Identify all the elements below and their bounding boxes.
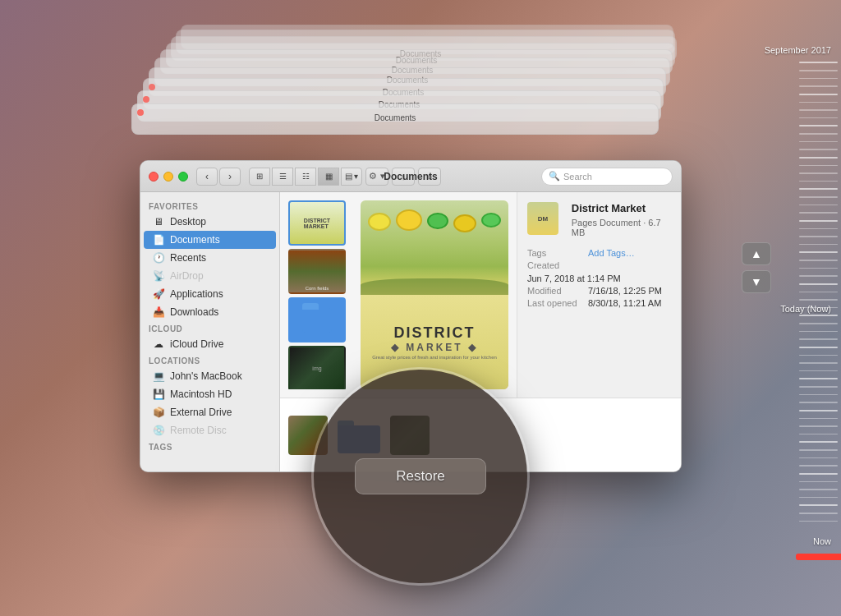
- info-modified-row: Modified 7/16/18, 12:25 PM: [527, 286, 671, 296]
- sidebar-label-desktop: Desktop: [170, 216, 206, 228]
- sidebar-label-external-drive: External Drive: [170, 407, 232, 418]
- thumb-item-2[interactable]: Corn fields: [288, 249, 346, 294]
- documents-icon: 📄: [152, 233, 165, 246]
- tags-label: Tags: [527, 248, 585, 258]
- info-last-opened-row: Last opened 8/30/18, 11:21 AM: [527, 298, 671, 308]
- close-button[interactable]: [149, 172, 159, 182]
- finder-titlebar: ‹ › ⊞ ☰ ☷ ▦ ▤ ▾ ⚙ ▾ ↑ ○ 🔍 Search Documen…: [140, 161, 681, 192]
- finder-content: DISTRICTMARKET Corn fields img doc: [280, 192, 681, 398]
- sidebar-label-macbook: John's MacBook: [170, 370, 242, 382]
- back-button[interactable]: ‹: [196, 168, 218, 186]
- sidebar-item-macintosh-hd[interactable]: 💾 Macintosh HD: [144, 385, 276, 403]
- created-label: Created: [527, 260, 585, 270]
- remote-disc-icon: 💿: [152, 424, 165, 437]
- sidebar-label-airdrop: AirDrop: [170, 270, 204, 282]
- recents-icon: 🕐: [152, 251, 165, 264]
- traffic-lights: [149, 172, 188, 182]
- icloud-section-title: iCloud: [140, 321, 279, 335]
- applications-icon: 🚀: [152, 287, 165, 301]
- nav-buttons: ‹ ›: [196, 168, 241, 186]
- list-view-button[interactable]: ☰: [272, 168, 293, 186]
- add-tags-button[interactable]: Add Tags…: [588, 248, 635, 258]
- last-opened-label: Last opened: [527, 298, 585, 308]
- sidebar-label-remote-disc: Remote Disc: [170, 425, 227, 436]
- preview-area: DISTRICTMARKET Corn fields img doc: [280, 192, 517, 398]
- modified-value: 7/16/18, 12:25 PM: [588, 286, 662, 296]
- preview-main-image: DISTRICT ◆ MARKET ◆ Great style prices o…: [361, 200, 508, 389]
- tm-navigation: ▲ ▼: [742, 242, 771, 293]
- modified-label: Modified: [527, 286, 585, 296]
- file-info-panel: DM District Market Pages Document · 6.7 …: [517, 192, 681, 398]
- cover-view-button[interactable]: ▦: [318, 168, 339, 186]
- tm-next-button[interactable]: ▼: [742, 270, 771, 293]
- minimize-button[interactable]: [163, 172, 173, 182]
- group-view-button[interactable]: ▤ ▾: [341, 168, 362, 186]
- info-thumbnail: DM: [527, 202, 558, 235]
- tm-prev-button[interactable]: ▲: [742, 242, 771, 265]
- sidebar-item-external-drive[interactable]: 📦 External Drive: [144, 403, 276, 421]
- poster-background: DISTRICT ◆ MARKET ◆ Great style prices o…: [361, 200, 508, 389]
- poster-subtitle-text: Great style prices of fresh and inspirat…: [372, 355, 497, 360]
- forward-button[interactable]: ›: [219, 168, 241, 186]
- icloud-icon: ☁: [152, 338, 165, 351]
- restore-magnification: Restore: [314, 370, 527, 583]
- timeline-ticks: [796, 62, 841, 522]
- last-opened-value: 8/30/18, 11:21 AM: [588, 298, 661, 308]
- hd-icon: 💾: [152, 388, 165, 401]
- poster-district-text: DISTRICT: [394, 324, 476, 342]
- sidebar-item-remote-disc: 💿 Remote Disc: [144, 421, 276, 439]
- column-view-button[interactable]: ☷: [295, 168, 316, 186]
- search-icon: 🔍: [549, 171, 560, 182]
- search-placeholder: Search: [563, 172, 592, 182]
- sidebar-label-recents: Recents: [170, 252, 206, 264]
- restore-button[interactable]: Restore: [355, 458, 486, 494]
- sidebar-label-icloud: iCloud Drive: [170, 338, 223, 350]
- info-file-kind: Pages Document · 6.7 MB: [572, 218, 671, 237]
- external-drive-icon: 📦: [152, 406, 165, 419]
- maximize-button[interactable]: [178, 172, 188, 182]
- timeline-september-label: September 2017: [765, 45, 831, 55]
- window-title: Documents: [384, 171, 437, 182]
- search-bar[interactable]: 🔍 Search: [541, 168, 673, 186]
- sidebar-label-applications: Applications: [170, 288, 223, 300]
- sidebar-label-macintosh-hd: Macintosh HD: [170, 388, 232, 400]
- sidebar-item-macbook[interactable]: 💻 John's MacBook: [144, 367, 276, 385]
- info-tags-row: Tags Add Tags…: [527, 248, 671, 258]
- sidebar-item-applications[interactable]: 🚀 Applications: [144, 285, 276, 303]
- macbook-icon: 💻: [152, 370, 165, 383]
- info-file-name: District Market: [572, 202, 671, 216]
- sidebar-item-desktop[interactable]: 🖥 Desktop: [144, 213, 276, 231]
- locations-section-title: Locations: [140, 353, 279, 367]
- info-created-row: Created Jun 7, 2018 at 1:14 PM: [527, 260, 671, 283]
- airdrop-icon: 📡: [152, 269, 165, 283]
- created-value: Jun 7, 2018 at 1:14 PM: [527, 274, 621, 283]
- thumb-item-3[interactable]: [288, 297, 346, 342]
- sidebar-label-downloads: Downloads: [170, 306, 218, 318]
- desktop-icon: 🖥: [152, 215, 165, 228]
- sidebar-item-recents[interactable]: 🕐 Recents: [144, 249, 276, 267]
- timeline-now-label: Now: [813, 536, 831, 546]
- preview-image-area: DISTRICT ◆ MARKET ◆ Great style prices o…: [361, 200, 508, 389]
- sidebar-item-documents[interactable]: 📄 Documents: [144, 231, 276, 249]
- timeline-now-bar: [796, 554, 841, 560]
- poster-market-text: ◆ MARKET ◆: [391, 342, 478, 353]
- finder-sidebar: Favorites 🖥 Desktop 📄 Documents 🕐 Recent…: [140, 192, 280, 471]
- tags-section-title: Tags: [140, 439, 279, 453]
- sidebar-item-downloads[interactable]: 📥 Downloads: [144, 303, 276, 321]
- view-buttons: ⊞ ☰ ☷ ▦ ▤ ▾: [249, 168, 362, 186]
- sidebar-item-icloud[interactable]: ☁ iCloud Drive: [144, 335, 276, 353]
- sidebar-label-documents: Documents: [170, 234, 220, 246]
- downloads-icon: 📥: [152, 306, 165, 319]
- thumbnail-list: DISTRICTMARKET Corn fields img doc: [288, 200, 354, 389]
- sidebar-item-airdrop: 📡 AirDrop: [144, 267, 276, 285]
- thumb-item-4[interactable]: img: [288, 346, 346, 389]
- icon-view-button[interactable]: ⊞: [249, 168, 270, 186]
- favorites-section-title: Favorites: [140, 199, 279, 213]
- info-details: Tags Add Tags… Created Jun 7, 2018 at 1:…: [527, 248, 671, 308]
- thumb-item-1[interactable]: DISTRICTMARKET: [288, 200, 346, 246]
